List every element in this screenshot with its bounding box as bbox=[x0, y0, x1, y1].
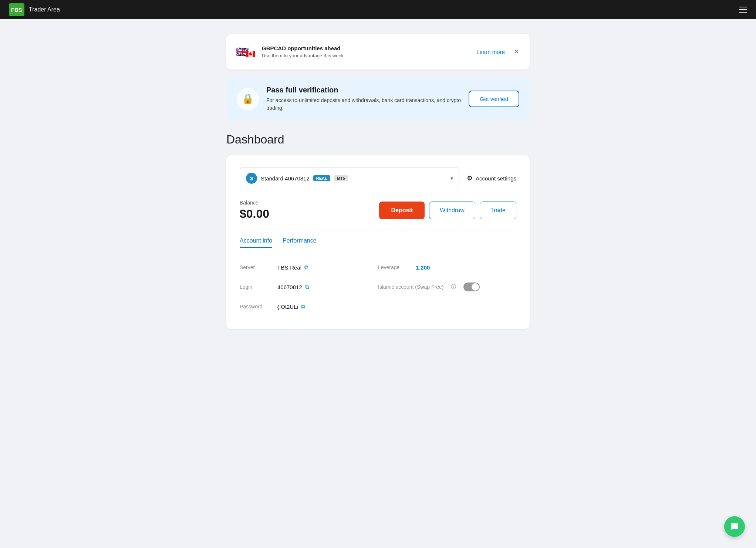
password-copy-icon[interactable]: ⧉ bbox=[301, 303, 305, 310]
verification-text: Pass full verification For access to unl… bbox=[266, 86, 461, 112]
server-value: FBS-Real ⧉ bbox=[277, 264, 308, 271]
islamic-label: Islamic account (Swap Free) bbox=[378, 284, 443, 290]
balance-amount: $0.00 bbox=[240, 207, 269, 221]
balance-section: Balance $0.00 bbox=[240, 200, 269, 221]
trade-button[interactable]: Trade bbox=[480, 202, 516, 219]
banner-title: GBPCAD opportunities ahead bbox=[262, 45, 470, 51]
fbs-logo: FBS bbox=[9, 3, 24, 16]
deposit-button[interactable]: Deposit bbox=[379, 202, 425, 219]
verification-description: For access to unlimited deposits and wit… bbox=[266, 97, 461, 112]
verification-icon-wrap: 🔒 bbox=[237, 88, 259, 110]
leverage-row: Leverage 1:200 bbox=[378, 258, 516, 277]
top-navigation: FBS Trader Area bbox=[0, 0, 756, 19]
dashboard-title: Dashboard bbox=[226, 133, 530, 146]
chevron-down-icon: ▾ bbox=[450, 175, 453, 181]
app-title: Trader Area bbox=[29, 6, 60, 13]
account-settings-label: Account settings bbox=[476, 175, 516, 182]
action-buttons: Deposit Withdraw Trade bbox=[379, 202, 516, 219]
learn-more-link[interactable]: Learn more bbox=[476, 49, 505, 55]
account-tabs: Account info Performance bbox=[240, 237, 516, 248]
leverage-value: 1:200 bbox=[416, 264, 430, 271]
islamic-toggle[interactable] bbox=[463, 283, 480, 291]
login-row: Login 40670812 ⧉ bbox=[240, 277, 378, 297]
account-name: Standard 40670812 bbox=[261, 175, 310, 182]
account-selector-row: $ Standard 40670812 REAL MT5 ▾ ⚙ Account… bbox=[240, 167, 516, 189]
toggle-knob bbox=[472, 283, 479, 291]
leverage-label: Leverage bbox=[378, 264, 411, 270]
empty-row bbox=[378, 297, 516, 316]
tab-account-info[interactable]: Account info bbox=[240, 237, 272, 248]
flag-icon: 🇬🇧🇨🇦 bbox=[235, 41, 256, 62]
nav-brand: FBS Trader Area bbox=[9, 3, 60, 16]
account-info-grid: Server FBS-Real ⧉ Leverage 1:200 Login 4… bbox=[240, 258, 516, 316]
password-label: Password bbox=[240, 304, 273, 309]
balance-row: Balance $0.00 Deposit Withdraw Trade bbox=[240, 200, 516, 221]
balance-label: Balance bbox=[240, 200, 269, 206]
divider bbox=[240, 230, 516, 230]
password-row: Password {,Ot2ULi ⧉ bbox=[240, 297, 378, 316]
server-copy-icon[interactable]: ⧉ bbox=[304, 264, 308, 271]
server-label: Server bbox=[240, 264, 273, 270]
real-badge: REAL bbox=[313, 175, 330, 181]
settings-icon: ⚙ bbox=[467, 174, 473, 182]
chat-button[interactable] bbox=[724, 516, 745, 537]
password-value: {,Ot2ULi ⧉ bbox=[277, 303, 305, 310]
login-copy-icon[interactable]: ⧉ bbox=[305, 284, 309, 290]
account-icon: $ bbox=[246, 173, 257, 184]
tab-performance[interactable]: Performance bbox=[283, 237, 317, 248]
withdraw-button[interactable]: Withdraw bbox=[429, 202, 475, 219]
info-icon[interactable]: ⓘ bbox=[451, 284, 456, 290]
main-content: 🇬🇧🇨🇦 GBPCAD opportunities ahead Use them… bbox=[219, 19, 537, 351]
login-value: 40670812 ⧉ bbox=[277, 284, 309, 290]
banner-actions: Learn more ✕ bbox=[476, 46, 521, 57]
account-settings-button[interactable]: ⚙ Account settings bbox=[467, 174, 516, 182]
islamic-row: Islamic account (Swap Free) ⓘ bbox=[378, 277, 516, 297]
banner-text: GBPCAD opportunities ahead Use them to y… bbox=[262, 45, 470, 58]
login-label: Login bbox=[240, 284, 273, 290]
banner-subtitle: Use them to your advantage this week. bbox=[262, 53, 470, 58]
account-card: $ Standard 40670812 REAL MT5 ▾ ⚙ Account… bbox=[226, 155, 530, 329]
verification-title: Pass full verification bbox=[266, 86, 461, 94]
hamburger-menu[interactable] bbox=[739, 7, 747, 13]
get-verified-button[interactable]: Get verified bbox=[469, 91, 519, 107]
verification-banner: 🔒 Pass full verification For access to u… bbox=[226, 77, 530, 121]
banner-close-button[interactable]: ✕ bbox=[512, 46, 521, 57]
mt5-badge: MT5 bbox=[334, 175, 348, 181]
account-selector[interactable]: $ Standard 40670812 REAL MT5 ▾ bbox=[240, 167, 459, 189]
server-row: Server FBS-Real ⧉ bbox=[240, 258, 378, 277]
gbpcad-banner: 🇬🇧🇨🇦 GBPCAD opportunities ahead Use them… bbox=[226, 34, 530, 70]
lock-icon: 🔒 bbox=[242, 93, 254, 105]
